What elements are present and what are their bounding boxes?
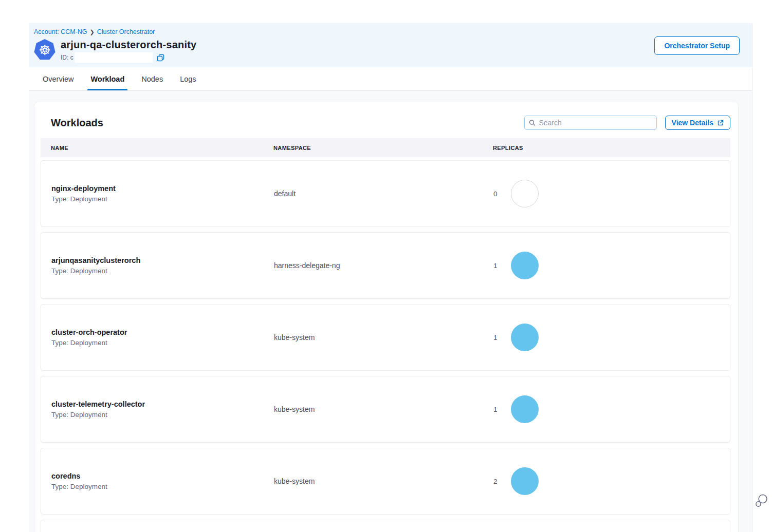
view-details-button[interactable]: View Details [665,116,730,130]
breadcrumb-account-link[interactable]: Account: CCM-NG [34,28,87,35]
column-header-namespace: NAMESPACE [273,145,493,151]
replica-count: 1 [493,262,498,270]
replica-indicator [511,180,539,207]
workload-type: Type: Deployment [51,339,274,347]
cluster-header: Account: CCM-NG❯Cluster Orchestrator ☸ a… [29,23,752,67]
page-title: arjun-qa-clusterorch-sanity [61,39,196,51]
replica-indicator [511,324,539,351]
kubernetes-icon: ☸ [34,39,56,61]
replica-indicator [511,252,539,279]
cluster-id-redacted-value [75,52,153,63]
view-details-label: View Details [672,119,713,127]
workload-type: Type: Deployment [51,195,274,203]
workload-type: Type: Deployment [51,267,274,275]
workload-name: coredns [51,472,274,480]
external-link-icon [717,120,724,126]
column-header-name: NAME [51,145,273,151]
workloads-heading: Workloads [51,117,103,129]
table-row[interactable]: cluster-orch-operator Type: Deployment k… [41,304,730,371]
table-row[interactable]: nginx-deployment Type: Deployment defaul… [41,160,730,227]
column-header-replicas: REPLICAS [493,145,730,151]
app-viewport: Account: CCM-NG❯Cluster Orchestrator ☸ a… [29,23,752,532]
workload-namespace: kube-system [274,477,493,485]
breadcrumb-page-link[interactable]: Cluster Orchestrator [97,28,155,35]
replica-count: 0 [493,190,498,198]
workload-name: nginx-deployment [51,184,274,193]
chat-help-button[interactable] [755,493,768,508]
workloads-card: Workloads View Details [34,102,739,532]
workload-type: Type: Deployment [51,483,274,490]
table-rows: nginx-deployment Type: Deployment defaul… [41,160,730,532]
workload-type: Type: Deployment [51,411,274,419]
orchestrator-setup-button[interactable]: Orchestrator Setup [654,36,740,55]
replica-indicator [511,395,539,423]
workload-namespace: kube-system [274,333,493,341]
table-row[interactable]: cluster-telemetry-collector Type: Deploy… [41,376,730,443]
workload-name: cluster-telemetry-collector [51,400,274,408]
tab-logs[interactable]: Logs [180,67,196,90]
replica-indicator [511,467,539,495]
tab-bar: Overview Workload Nodes Logs [29,67,752,91]
workload-namespace: kube-system [274,405,493,413]
search-icon [529,119,536,126]
search-box[interactable] [524,116,657,130]
table-row-partial[interactable] [41,520,730,532]
replica-count: 1 [493,334,498,341]
tab-nodes[interactable]: Nodes [141,67,163,90]
workload-name: cluster-orch-operator [51,328,274,336]
copy-icon[interactable] [157,54,164,62]
breadcrumb-separator: ❯ [87,29,97,35]
table-row[interactable]: coredns Type: Deployment kube-system 2 [41,448,730,515]
cluster-id-label: ID: c [61,54,73,61]
page-body: Workloads View Details [29,91,752,531]
table-header-row: NAME NAMESPACE REPLICAS [41,138,730,157]
tab-overview[interactable]: Overview [43,67,73,90]
breadcrumb: Account: CCM-NG❯Cluster Orchestrator [34,28,740,36]
replica-count: 1 [493,406,498,413]
search-input[interactable] [539,119,652,127]
workload-name: arjunqasanityclusterorch [51,256,274,264]
tab-workload[interactable]: Workload [90,67,124,90]
table-row[interactable]: arjunqasanityclusterorch Type: Deploymen… [41,232,730,299]
workload-namespace: harness-delegate-ng [274,261,493,270]
chat-bubbles-icon [755,493,768,508]
replica-count: 2 [493,478,498,485]
workload-namespace: default [274,189,493,198]
